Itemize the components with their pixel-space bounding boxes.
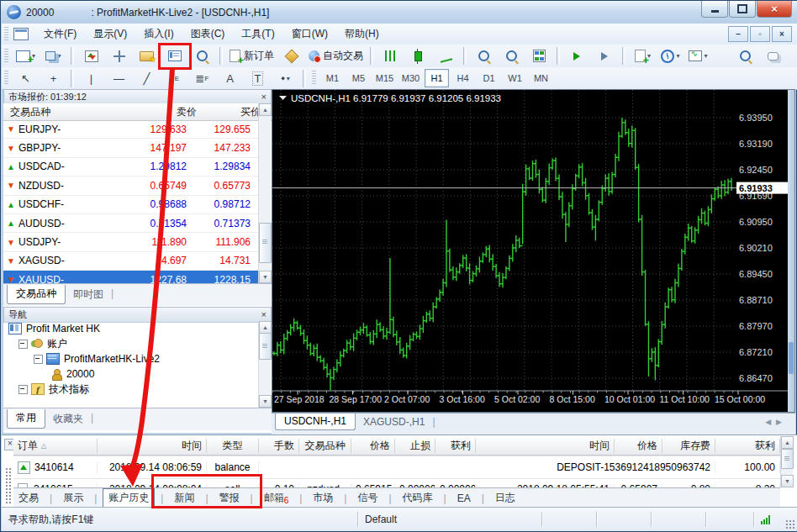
chat-button[interactable]: [760, 45, 786, 66]
trendline-button[interactable]: ╱: [134, 68, 160, 89]
menu-charts[interactable]: 图表(C): [182, 24, 234, 44]
candlestick-button[interactable]: [405, 45, 431, 66]
scroll-up-icon[interactable]: ▲: [781, 436, 794, 449]
symbol-row-usdchf[interactable]: ▲USDCHF-0.986880.98712: [3, 196, 258, 214]
tree-item-indicators[interactable]: f技术指标: [3, 382, 258, 397]
periods-button[interactable]: ▾: [657, 45, 684, 66]
balance-row[interactable]: 3410614 2018.09.14 08:06:59 balance DEPO…: [13, 456, 780, 478]
symbol-row-nzdusd[interactable]: ▼NZDUSD-0.657490.65773: [3, 176, 258, 195]
timeframe-mn[interactable]: MN: [529, 69, 553, 87]
zoom-in-button[interactable]: [471, 45, 497, 66]
scrollbar-thumb[interactable]: [789, 342, 794, 374]
market-watch-scrollbar[interactable]: ▲ ▼: [258, 103, 271, 283]
symbol-row-audusd[interactable]: ▲AUDUSD-0.713540.71373: [3, 214, 258, 233]
symbol-row-usdjpy[interactable]: ▼USDJPY-111.890111.906: [3, 233, 258, 251]
line-chart-button[interactable]: [433, 45, 459, 66]
menu-window[interactable]: 窗口(W): [283, 24, 336, 44]
metaeditor-button[interactable]: [278, 45, 304, 66]
toolbar-grip[interactable]: [4, 49, 8, 64]
collapse-icon[interactable]: [18, 340, 28, 349]
tab-scroll-left-icon[interactable]: ◀: [765, 418, 776, 426]
timeframe-w1[interactable]: W1: [503, 69, 527, 87]
tree-item-broker-root[interactable]: Profit Market HK: [3, 321, 258, 336]
mdi-close-button[interactable]: ×: [772, 26, 792, 42]
zoom-out-button[interactable]: [499, 45, 525, 66]
menu-file[interactable]: 文件(F): [35, 24, 85, 44]
chart-tab-usdcnh[interactable]: USDCNH-,H1: [275, 413, 356, 430]
timeframe-h4[interactable]: H4: [451, 69, 475, 87]
menu-insert[interactable]: 插入(I): [135, 24, 182, 44]
symbol-row-xagusd[interactable]: ▼XAGUSD-14.69714.731: [3, 252, 258, 271]
symbol-row-eurjpy[interactable]: ▼EURJPY-129.633129.655: [3, 120, 258, 139]
close-button[interactable]: ×: [757, 1, 792, 18]
scrollbar-thumb[interactable]: [781, 449, 794, 469]
tree-item-accounts[interactable]: 账户: [3, 336, 258, 351]
timeframe-m15[interactable]: M15: [372, 69, 397, 87]
collapse-icon[interactable]: [18, 385, 28, 394]
data-window-button[interactable]: [106, 45, 132, 66]
timeframe-m1[interactable]: M1: [320, 69, 345, 87]
tile-windows-button[interactable]: [526, 45, 552, 66]
toolbar-grip[interactable]: [4, 27, 8, 42]
vertical-line-button[interactable]: |: [78, 68, 104, 89]
mdi-restore-button[interactable]: ▫: [750, 26, 770, 42]
tab-account-history[interactable]: 账户历史: [103, 488, 155, 508]
symbol-row-usdcad[interactable]: ▲USDCAD-1.298121.29834: [3, 158, 258, 176]
panel-grip[interactable]: [5, 467, 13, 504]
menu-view[interactable]: 显示(V): [85, 24, 135, 44]
scroll-up-icon[interactable]: ▲: [259, 103, 272, 116]
timeframe-d1[interactable]: D1: [477, 69, 501, 87]
new-order-button[interactable]: 新订单: [227, 45, 277, 66]
crosshair-button[interactable]: +: [40, 68, 66, 89]
navigator-scrollbar[interactable]: ▲ ▼: [258, 321, 271, 408]
status-profile[interactable]: Default: [358, 514, 541, 525]
close-icon[interactable]: ×: [261, 92, 267, 102]
chart-scrollbar[interactable]: [788, 90, 794, 412]
tab-trade[interactable]: 交易: [13, 489, 44, 507]
tree-item-server[interactable]: ProfitMarketHK-Live2: [3, 351, 258, 366]
channel-button[interactable]: ⫽E: [161, 68, 187, 89]
tab-experts[interactable]: EA: [452, 491, 476, 506]
new-chart-button[interactable]: ▾: [13, 45, 39, 66]
text-label-button[interactable]: T: [245, 68, 271, 89]
navigator-button[interactable]: [134, 45, 160, 66]
scroll-down-icon[interactable]: ▼: [259, 271, 272, 283]
tab-market[interactable]: 市场: [308, 489, 338, 507]
auto-scroll-button[interactable]: [564, 45, 590, 66]
profiles-button[interactable]: ▾: [40, 45, 66, 66]
autotrading-button[interactable]: 自动交易: [306, 45, 366, 66]
chart-shift-button[interactable]: [592, 45, 618, 66]
scrollbar-thumb[interactable]: [259, 223, 272, 263]
price-chart[interactable]: 6.939506.931906.924506.916906.909506.902…: [272, 90, 788, 412]
tree-item-account[interactable]: 20000: [3, 366, 258, 382]
market-watch-button[interactable]: [78, 45, 104, 66]
tab-scroll-right-icon[interactable]: ▶: [776, 418, 787, 426]
close-icon[interactable]: ×: [261, 310, 267, 319]
indicators-button[interactable]: ▾: [630, 45, 656, 66]
toolbar-grip[interactable]: [312, 71, 316, 86]
bar-chart-button[interactable]: [377, 45, 404, 66]
tab-tick-chart[interactable]: 即时图: [66, 285, 111, 304]
minimize-button[interactable]: [701, 1, 728, 18]
symbol-search-button[interactable]: [732, 45, 758, 66]
templates-button[interactable]: ▾: [685, 45, 711, 66]
horizontal-line-button[interactable]: —: [106, 68, 132, 89]
strategy-tester-button[interactable]: [189, 45, 215, 66]
tab-exposure[interactable]: 展示: [58, 489, 88, 507]
toolbar-grip[interactable]: [4, 71, 8, 86]
history-row[interactable]: 3410615 2018.09.14 08:08:04 sell 0.10 nz…: [13, 478, 780, 487]
timeframe-h1[interactable]: H1: [425, 69, 449, 87]
fibonacci-button[interactable]: ≣F: [189, 68, 215, 89]
text-button[interactable]: A: [217, 68, 243, 89]
tab-signals[interactable]: 信号: [352, 489, 383, 507]
scroll-down-icon[interactable]: ▼: [781, 475, 794, 487]
restore-button[interactable]: [729, 1, 756, 18]
tab-journal[interactable]: 日志: [490, 489, 520, 507]
scroll-down-icon[interactable]: ▼: [259, 395, 272, 408]
terminal-scrollbar[interactable]: ▲ ▼: [780, 436, 793, 487]
symbol-row-gbpjpy[interactable]: ▼GBPJPY-147.197147.233: [3, 139, 258, 157]
tab-favorites[interactable]: 收藏夹: [45, 409, 91, 429]
tab-common[interactable]: 常用: [7, 409, 45, 429]
collapse-icon[interactable]: [34, 355, 43, 364]
menu-help[interactable]: 帮助(H): [336, 24, 388, 44]
